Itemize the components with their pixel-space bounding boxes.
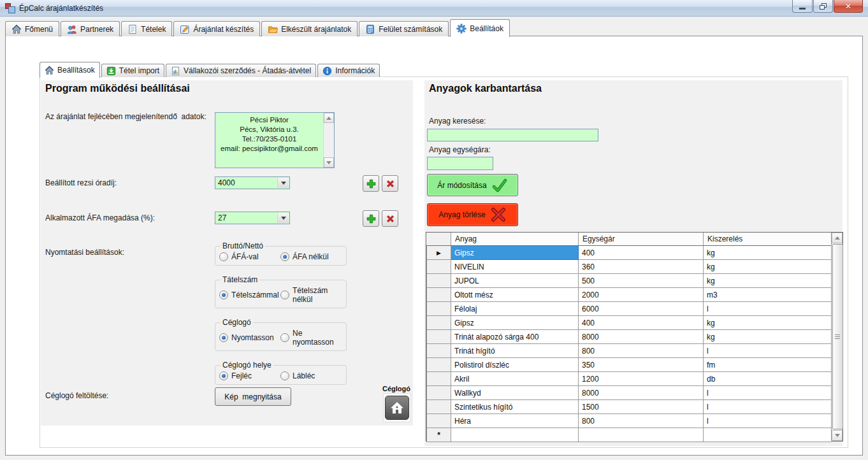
- grid-cell[interactable]: 8000: [579, 386, 704, 400]
- grid-cell[interactable]: kg: [704, 246, 832, 260]
- grid-cell[interactable]: 360: [579, 260, 704, 274]
- scroll-down-icon[interactable]: [832, 430, 843, 441]
- subtab-információk[interactable]: Információk: [317, 64, 380, 77]
- grid-cell[interactable]: kg: [704, 274, 832, 288]
- grid-cell[interactable]: 1500: [579, 400, 704, 414]
- grid-cell[interactable]: Gipsz: [451, 316, 579, 330]
- grid-cell-empty[interactable]: [704, 428, 832, 442]
- grid-cell[interactable]: Wallkyd: [451, 386, 579, 400]
- grid-cell[interactable]: 800: [579, 414, 704, 428]
- modify-price-button[interactable]: Ár módosítása: [427, 174, 518, 196]
- radio-option-nyomtasson[interactable]: Nyomtasson: [219, 333, 280, 342]
- row-selector[interactable]: [427, 274, 451, 288]
- materials-grid[interactable]: AnyagEgységárKiszerelés ▶Gipsz400kgNIVEL…: [426, 232, 843, 442]
- afa-add-button[interactable]: [363, 210, 379, 227]
- afa-combobox[interactable]: 27: [215, 212, 290, 224]
- tab-tételek[interactable]: Tételek: [121, 21, 172, 36]
- table-row[interactable]: JUPOL500kg: [427, 274, 832, 288]
- row-selector[interactable]: [427, 344, 451, 358]
- table-row[interactable]: Héra800l: [427, 414, 832, 428]
- radio-selected-icon[interactable]: [219, 291, 228, 299]
- grid-cell[interactable]: kg: [704, 316, 832, 330]
- table-row[interactable]: ▶Gipsz400kg: [427, 246, 832, 260]
- restore-button[interactable]: [813, 0, 833, 13]
- grid-cell[interactable]: kg: [704, 260, 832, 274]
- grid-cell[interactable]: l: [704, 414, 832, 428]
- chevron-down-icon[interactable]: [277, 213, 289, 223]
- radio-option-áfá-val[interactable]: ÁFÁ-val: [219, 252, 280, 261]
- grid-cell[interactable]: fm: [704, 358, 832, 372]
- scrollbar-thumb[interactable]: [832, 244, 843, 429]
- tab-beállítáok[interactable]: Beállítáok: [450, 19, 510, 37]
- row-selector[interactable]: [427, 386, 451, 400]
- radio-selected-icon[interactable]: [219, 333, 228, 342]
- chevron-down-icon[interactable]: [277, 178, 289, 188]
- row-selector[interactable]: [427, 330, 451, 344]
- row-selector[interactable]: [427, 358, 451, 372]
- afa-delete-button[interactable]: [382, 210, 398, 227]
- radio-option-fejléc[interactable]: Fejléc: [219, 371, 280, 380]
- grid-cell[interactable]: 400: [579, 246, 704, 260]
- tab-partnerek[interactable]: Partnerek: [61, 21, 120, 36]
- grid-cell[interactable]: l: [704, 400, 832, 414]
- grid-column-header-anyag[interactable]: Anyag: [451, 233, 579, 246]
- row-selector[interactable]: [427, 400, 451, 414]
- table-row[interactable]: Gipsz400kg: [427, 316, 832, 330]
- tab-árajánlat-készítés[interactable]: Árajánlat készítés: [173, 21, 260, 36]
- table-row[interactable]: Polistirol díszléc350fm: [427, 358, 832, 372]
- grid-cell[interactable]: JUPOL: [451, 274, 579, 288]
- radio-unselected-icon[interactable]: [280, 333, 289, 342]
- row-selector[interactable]: [427, 372, 451, 386]
- grid-cell[interactable]: Félolaj: [451, 302, 579, 316]
- grid-cell[interactable]: 6000: [579, 302, 704, 316]
- scroll-up-icon[interactable]: [324, 113, 334, 123]
- rezsi-delete-button[interactable]: [382, 175, 398, 192]
- grid-cell[interactable]: l: [704, 386, 832, 400]
- grid-column-header-egységár[interactable]: Egységár: [579, 233, 704, 246]
- grid-cell[interactable]: kg: [704, 330, 832, 344]
- table-row[interactable]: Trinát hígító800l: [427, 344, 832, 358]
- radio-option-ne-nyomtasson[interactable]: Ne nyomtasson: [280, 329, 342, 347]
- radio-option-tételszámmal[interactable]: Tételszámmal: [219, 291, 280, 299]
- quote-header-textarea[interactable]: Pécsi PiktorPécs, Viktória u.3.Tel.:70/2…: [215, 112, 335, 168]
- grid-cell[interactable]: 1200: [579, 372, 704, 386]
- row-selector[interactable]: [427, 414, 451, 428]
- grid-cell[interactable]: 500: [579, 274, 704, 288]
- open-image-button[interactable]: Kép megnyitása: [215, 387, 291, 406]
- rezsi-add-button[interactable]: [363, 175, 379, 192]
- grid-cell[interactable]: NIVELIN: [451, 260, 579, 274]
- grid-cell[interactable]: Gipsz: [451, 246, 579, 260]
- grid-cell[interactable]: l: [704, 344, 832, 358]
- grid-cell[interactable]: Trinát alapozó sárga 400: [451, 330, 579, 344]
- grid-column-header-kiszerelés[interactable]: Kiszerelés: [704, 233, 832, 246]
- textarea-scrollbar[interactable]: [323, 113, 334, 168]
- grid-corner-header[interactable]: [427, 233, 451, 246]
- delete-material-button[interactable]: Anyag törlése: [427, 203, 518, 226]
- radio-selected-icon[interactable]: [219, 371, 228, 380]
- radio-selected-icon[interactable]: [280, 252, 289, 261]
- subtab-beállítások[interactable]: Beállítások: [40, 62, 100, 78]
- grid-cell[interactable]: Héra: [451, 414, 579, 428]
- table-row[interactable]: Félolaj6000l: [427, 302, 832, 316]
- grid-cell[interactable]: Trinát hígító: [451, 344, 579, 358]
- grid-cell-empty[interactable]: [579, 428, 704, 442]
- minimize-button[interactable]: [792, 0, 813, 13]
- scroll-down-icon[interactable]: [324, 157, 334, 168]
- rezsi-combobox[interactable]: 4000: [215, 176, 290, 189]
- scroll-up-icon[interactable]: [832, 233, 843, 243]
- table-row[interactable]: Oltott mész2000m3: [427, 288, 832, 302]
- subtab-vállakozói-szerződés-átadás-átvétel[interactable]: Vállakozói szerződés - Átadás-átvétel: [166, 64, 316, 77]
- radio-option-lábléc[interactable]: Lábléc: [280, 371, 315, 380]
- radio-unselected-icon[interactable]: [280, 371, 289, 380]
- tab-felület-számítások[interactable]: Felület számítások: [359, 21, 449, 36]
- radio-option-áfa-nélkül[interactable]: ÁFA nélkül: [280, 252, 329, 261]
- company-logo-imagebox[interactable]: [383, 393, 411, 422]
- unit-price-input[interactable]: [427, 157, 493, 170]
- table-row[interactable]: Trinát alapozó sárga 4008000kg: [427, 330, 832, 344]
- grid-cell[interactable]: 2000: [579, 288, 704, 302]
- row-selector[interactable]: [427, 260, 451, 274]
- grid-cell[interactable]: Polistirol díszléc: [451, 358, 579, 372]
- material-search-input[interactable]: [427, 129, 598, 141]
- radio-unselected-icon[interactable]: [280, 291, 289, 299]
- grid-cell[interactable]: Szintetikus hígító: [451, 400, 579, 414]
